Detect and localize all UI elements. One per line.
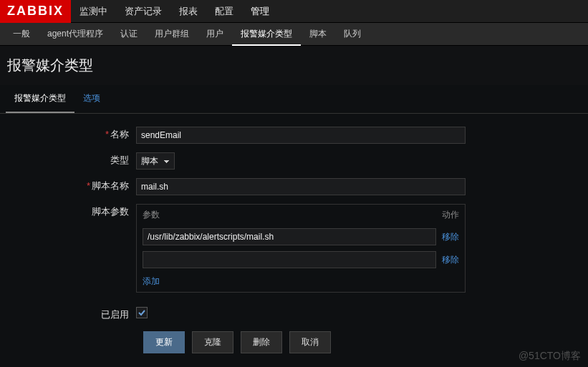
nav-configuration[interactable]: 配置: [206, 0, 242, 23]
page-title: 报警媒介类型: [0, 46, 588, 85]
watermark: @51CTO博客: [519, 350, 581, 363]
subnav-mediatype[interactable]: 报警媒介类型: [232, 23, 301, 46]
add-link[interactable]: 添加: [137, 271, 165, 292]
script-params-table: 参数 动作 移除 移除 添加: [136, 204, 466, 293]
enabled-label: 已启用: [7, 307, 136, 323]
param-input-0[interactable]: [143, 228, 436, 245]
script-name-label: *脚本名称: [7, 178, 136, 194]
remove-link[interactable]: 移除: [442, 231, 459, 243]
remove-link[interactable]: 移除: [442, 254, 459, 266]
nav-administration[interactable]: 管理: [242, 0, 278, 23]
name-label: *名称: [7, 127, 136, 142]
tabs: 报警媒介类型 选项: [0, 85, 588, 114]
table-row: 移除: [137, 225, 465, 248]
form: *名称 类型 脚本 *脚本名称 脚本参数 参数 动作 移除 移除: [0, 114, 588, 361]
nav-monitoring[interactable]: 监测中: [71, 0, 116, 23]
params-header-action: 动作: [442, 209, 459, 221]
subnav-scripts[interactable]: 脚本: [301, 23, 335, 46]
type-select[interactable]: 脚本: [136, 152, 175, 170]
subnav-proxies[interactable]: agent代理程序: [39, 23, 112, 46]
subnav-general[interactable]: 一般: [4, 23, 39, 46]
sub-navbar: 一般 agent代理程序 认证 用户群组 用户 报警媒介类型 脚本 队列: [0, 23, 588, 46]
script-params-label: 脚本参数: [7, 204, 136, 220]
table-row: 移除: [137, 248, 465, 271]
params-header-param: 参数: [143, 209, 442, 221]
top-navbar: ZABBIX 监测中 资产记录 报表 配置 管理: [0, 0, 588, 23]
clone-button[interactable]: 克隆: [192, 331, 233, 353]
delete-button[interactable]: 删除: [241, 331, 282, 353]
cancel-button[interactable]: 取消: [289, 331, 331, 353]
button-row: 更新 克隆 删除 取消: [143, 331, 581, 353]
subnav-authentication[interactable]: 认证: [112, 23, 146, 46]
name-input[interactable]: [136, 127, 466, 144]
check-icon: [138, 308, 146, 317]
enabled-checkbox[interactable]: [136, 307, 148, 318]
subnav-queue[interactable]: 队列: [335, 23, 370, 46]
param-input-1[interactable]: [143, 251, 436, 268]
nav-reports[interactable]: 报表: [170, 0, 206, 23]
type-label: 类型: [7, 152, 136, 168]
logo: ZABBIX: [0, 0, 71, 23]
tab-options[interactable]: 选项: [74, 85, 109, 113]
update-button[interactable]: 更新: [143, 331, 185, 353]
script-name-input[interactable]: [136, 178, 466, 195]
tab-mediatype[interactable]: 报警媒介类型: [6, 85, 74, 113]
subnav-users[interactable]: 用户: [198, 23, 232, 46]
nav-inventory[interactable]: 资产记录: [116, 0, 170, 23]
subnav-usergroups[interactable]: 用户群组: [146, 23, 198, 46]
